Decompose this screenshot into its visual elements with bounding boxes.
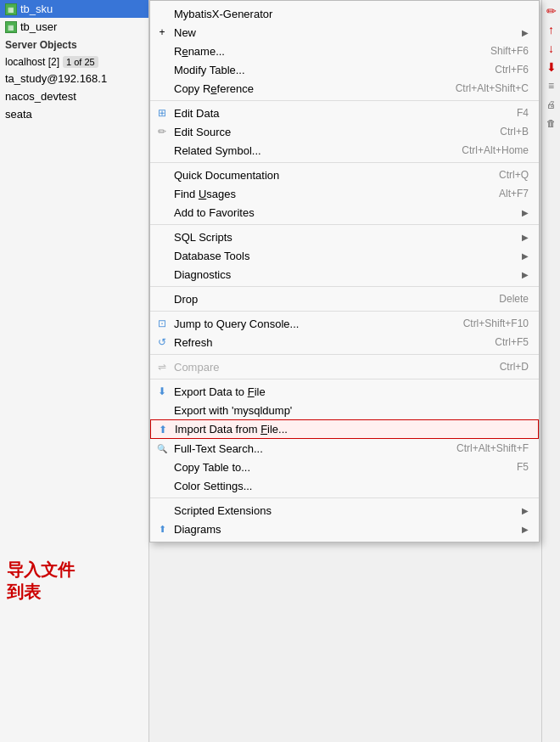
menu-label-mybatisx: MybatisX-Generator [174,8,529,20]
sidebar-breadcrumb-row: localhost [2] 1 of 25 [0,54,148,70]
separator-8 [150,497,539,498]
menu-item-mybatisx[interactable]: MybatisX-Generator [150,4,539,23]
arrow-icon-diagnostics: ▶ [522,270,529,279]
menu-label-modify-table: Modify Table... [174,64,469,76]
menu-item-refresh[interactable]: ↺ Refresh Ctrl+F5 [150,333,539,351]
shortcut-full-text-search: Ctrl+Alt+Shift+F [456,442,529,454]
arrow-icon-db: ▶ [522,251,529,261]
shortcut-jump-to-query: Ctrl+Shift+F10 [463,318,529,329]
pencil-icon: ✏ [155,125,169,138]
menu-item-copy-reference[interactable]: Copy Reference Ctrl+Alt+Shift+C [150,79,539,98]
shortcut-drop: Delete [499,293,529,305]
sidebar-item-tb-user[interactable]: ▦ tb_user [0,18,148,36]
menu-item-color-settings[interactable]: Color Settings... [150,476,539,495]
search-icon: 🔍 [155,441,169,455]
menu-item-export-mysqldump[interactable]: Export with 'mysqldump' [150,401,539,419]
menu-item-import-data[interactable]: ⬆ Import Data from File... [150,419,539,439]
menu-label-export-mysqldump: Export with 'mysqldump' [174,404,529,417]
menu-item-new[interactable]: + New ▶ [150,23,539,42]
menu-label-import-data: Import Data from File... [175,423,528,436]
export-data-icon: ⬇ [155,385,169,398]
shortcut-rename: Shift+F6 [490,45,529,57]
shortcut-refresh: Ctrl+F5 [495,336,529,348]
print-toolbar-btn[interactable]: 🖨 [544,97,559,112]
menu-item-edit-source[interactable]: ✏ Edit Source Ctrl+B [150,122,539,141]
separator-7 [150,379,539,379]
menu-item-quick-documentation[interactable]: Quick Documentation Ctrl+Q [150,166,539,184]
shortcut-quick-documentation: Ctrl+Q [499,169,529,181]
menu-label-edit-data: Edit Data [174,107,491,120]
menu-label-color-settings: Color Settings... [174,480,529,492]
lines-toolbar-btn[interactable]: ≡ [544,78,559,93]
menu-item-export-data[interactable]: ⬇ Export Data to File [150,382,539,401]
page-badge: 1 of 25 [63,56,98,68]
menu-item-find-usages[interactable]: Find Usages Alt+F7 [150,184,539,203]
grid-icon: ⊞ [155,106,169,120]
menu-label-diagnostics: Diagnostics [174,268,522,281]
menu-label-diagrams: Diagrams [174,523,522,536]
down-toolbar-btn[interactable]: ↓ [544,41,559,56]
sidebar-item-ta-study[interactable]: ta_study@192.168.1 [0,70,148,87]
localhost-label: localhost [2] [5,56,59,68]
context-menu: MybatisX-Generator + New ▶ Rename... Shi… [149,0,540,542]
shortcut-edit-data: F4 [517,107,529,119]
shortcut-related-symbol: Ctrl+Alt+Home [462,144,529,156]
menu-label-quick-documentation: Quick Documentation [174,169,473,182]
edit-toolbar-btn[interactable]: ✏ [544,3,559,19]
menu-item-diagrams[interactable]: ⬆ Diagrams ▶ [150,520,539,538]
annotation-label: 导入文件到表 [0,552,144,610]
menu-label-export-data: Export Data to File [174,385,529,398]
menu-item-edit-data[interactable]: ⊞ Edit Data F4 [150,104,539,122]
arrow-icon-sql: ▶ [522,233,529,242]
menu-item-compare: ⇌ Compare Ctrl+D [150,357,539,376]
shortcut-copy-reference: Ctrl+Alt+Shift+C [456,82,529,94]
menu-item-copy-table-to[interactable]: Copy Table to... F5 [150,458,539,476]
menu-item-drop[interactable]: Drop Delete [150,289,539,308]
shortcut-edit-source: Ctrl+B [500,126,529,138]
sidebar-label-ta-study: ta_study@192.168.1 [5,72,107,85]
server-objects-label: Server Objects [0,36,148,54]
shortcut-compare: Ctrl+D [500,361,529,373]
sidebar-label-tb-sku: tb_sku [20,3,53,15]
table-icon-2: ▦ [5,21,17,33]
sidebar-panel: ▦ tb_sku ▦ tb_user Server Objects localh… [0,0,149,742]
menu-item-scripted-extensions[interactable]: Scripted Extensions ▶ [150,501,539,520]
menu-label-refresh: Refresh [174,336,469,349]
menu-item-related-symbol[interactable]: Related Symbol... Ctrl+Alt+Home [150,141,539,160]
arrow-icon-scripted: ▶ [522,506,529,515]
shortcut-find-usages: Alt+F7 [499,188,529,200]
menu-item-modify-table[interactable]: Modify Table... Ctrl+F6 [150,60,539,79]
separator-4 [150,286,539,287]
shortcut-copy-table-to: F5 [517,461,529,473]
sidebar-item-tb-sku[interactable]: ▦ tb_sku [0,0,148,18]
menu-item-sql-scripts[interactable]: SQL Scripts ▶ [150,228,539,246]
plus-icon: + [155,25,169,39]
menu-label-scripted-extensions: Scripted Extensions [174,504,522,517]
right-toolbar: ✏ ↑ ↓ ⬇ ≡ 🖨 🗑 [541,0,560,742]
menu-label-copy-reference: Copy Reference [174,82,430,95]
sidebar-item-seata[interactable]: seata [0,105,148,123]
menu-label-full-text-search: Full-Text Search... [174,442,431,455]
separator-3 [150,224,539,225]
menu-label-jump-to-query: Jump to Query Console... [174,318,438,330]
menu-label-compare: Compare [174,361,474,374]
shortcut-modify-table: Ctrl+F6 [495,64,529,76]
menu-item-database-tools[interactable]: Database Tools ▶ [150,246,539,265]
down2-toolbar-btn[interactable]: ⬇ [544,59,559,75]
menu-label-database-tools: Database Tools [174,250,522,262]
import-icon: ⬆ [156,423,170,436]
menu-item-jump-to-query[interactable]: ⊡ Jump to Query Console... Ctrl+Shift+F1… [150,314,539,333]
menu-label-new: New [174,26,522,39]
menu-label-rename: Rename... [174,45,465,58]
arrow-icon-favorites: ▶ [522,208,529,217]
menu-label-find-usages: Find Usages [174,188,473,200]
menu-item-rename[interactable]: Rename... Shift+F6 [150,42,539,60]
separator-2 [150,162,539,163]
sidebar-item-nacos[interactable]: nacos_devtest [0,87,148,105]
up-toolbar-btn[interactable]: ↑ [544,22,559,37]
menu-item-add-to-favorites[interactable]: Add to Favorites ▶ [150,203,539,222]
menu-item-diagnostics[interactable]: Diagnostics ▶ [150,265,539,284]
separator-6 [150,354,539,355]
delete-toolbar-btn[interactable]: 🗑 [544,115,559,131]
menu-item-full-text-search[interactable]: 🔍 Full-Text Search... Ctrl+Alt+Shift+F [150,439,539,458]
